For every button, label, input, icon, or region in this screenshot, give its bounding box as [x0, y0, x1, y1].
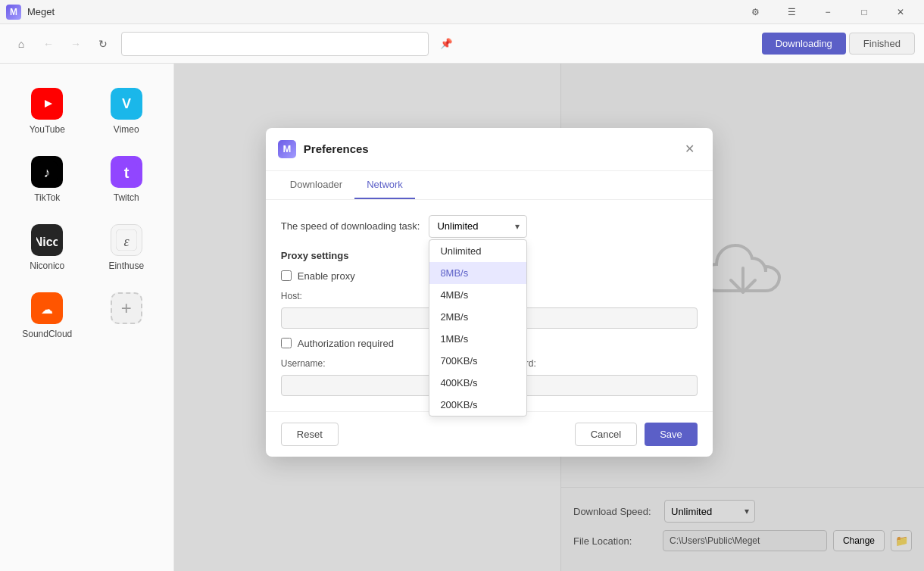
speed-dropdown: Unlimited 8MB/s 4MB/s 2MB/s 1MB/s 700KB/… — [429, 239, 527, 417]
speed-option-1mb[interactable]: 1MB/s — [429, 328, 526, 350]
sidebar: YouTube V Vimeo ♪ TikTok t — [0, 64, 174, 571]
finished-tab[interactable]: Finished — [849, 33, 915, 55]
tab-network[interactable]: Network — [354, 171, 415, 199]
downloading-tab[interactable]: Downloading — [762, 33, 846, 55]
cancel-button[interactable]: Cancel — [575, 423, 637, 446]
preferences-dialog: M Preferences ✕ Downloader Network The s… — [266, 128, 713, 457]
speed-option-700kb[interactable]: 700KB/s — [429, 350, 526, 372]
site-item-niconico[interactable]: Nico Niconico — [12, 218, 83, 277]
content-area: YouTube V Vimeo ♪ TikTok t — [0, 64, 924, 571]
twitch-icon: t — [111, 156, 142, 188]
site-item-einthuse[interactable]: ε Einthuse — [92, 218, 162, 277]
speed-option-2mb[interactable]: 2MB/s — [429, 306, 526, 328]
nav-buttons: ⌂ ← → ↻ — [9, 32, 115, 56]
home-button[interactable]: ⌂ — [9, 32, 33, 56]
save-button[interactable]: Save — [645, 423, 698, 446]
dialog-logo: M — [278, 140, 296, 158]
titlebar-controls: ⚙ ☰ − □ ✕ — [738, 0, 918, 24]
site-item-soundcloud[interactable]: ☁ SoundCloud — [12, 286, 83, 345]
titlebar: M Meget ⚙ ☰ − □ ✕ — [0, 0, 924, 24]
site-grid: YouTube V Vimeo ♪ TikTok t — [6, 76, 167, 351]
tab-group: Downloading Finished — [762, 33, 915, 55]
youtube-icon — [31, 88, 63, 120]
enable-proxy-label: Enable proxy — [298, 270, 355, 282]
menu-button[interactable]: ☰ — [774, 0, 809, 24]
app-title: Meget — [27, 6, 55, 17]
svg-text:Nico: Nico — [36, 236, 58, 248]
minimize-button[interactable]: − — [810, 0, 845, 24]
footer-right: Cancel Save — [575, 423, 698, 446]
dialog-footer: Reset Cancel Save — [266, 411, 713, 457]
auth-required-label: Authorization required — [298, 338, 394, 349]
forward-button[interactable]: → — [64, 32, 88, 56]
main-content: Download Speed: Unlimited File Location:… — [174, 64, 924, 571]
add-site-icon: + — [111, 292, 142, 324]
site-item-twitch[interactable]: t Twitch — [92, 150, 162, 209]
twitch-label: Twitch — [114, 192, 139, 203]
app-container: ⌂ ← → ↻ 📌 Downloading Finished YouTube — [0, 24, 924, 571]
url-bar[interactable] — [121, 32, 429, 56]
speed-option-8mb[interactable]: 8MB/s — [429, 262, 526, 284]
dialog-header: M Preferences ✕ — [266, 128, 713, 171]
site-item-tiktok[interactable]: ♪ TikTok — [12, 150, 83, 209]
speed-select-wrap: Unlimited Unlimited 8MB/s 4MB/s 2MB/s 1M… — [429, 215, 527, 238]
dialog-body: The speed of downloading task: Unlimited… — [266, 200, 713, 411]
tiktok-icon: ♪ — [31, 156, 63, 188]
soundcloud-label: SoundCloud — [22, 329, 72, 339]
tab-downloader[interactable]: Downloader — [278, 171, 354, 199]
svg-text:♪: ♪ — [44, 165, 51, 180]
speed-row: The speed of downloading task: Unlimited… — [281, 215, 698, 238]
svg-text:t: t — [123, 164, 129, 181]
dialog-tabs: Downloader Network — [266, 171, 713, 200]
reset-button[interactable]: Reset — [281, 423, 339, 446]
enable-proxy-checkbox[interactable] — [281, 270, 292, 281]
toolbar: ⌂ ← → ↻ 📌 Downloading Finished — [0, 24, 924, 64]
settings-button[interactable]: ⚙ — [738, 0, 773, 24]
speed-option-4mb[interactable]: 4MB/s — [429, 284, 526, 306]
auth-required-checkbox[interactable] — [281, 338, 292, 348]
youtube-label: YouTube — [30, 124, 65, 135]
site-item-youtube[interactable]: YouTube — [12, 82, 83, 141]
svg-text:V: V — [122, 96, 131, 111]
speed-option-unlimited[interactable]: Unlimited — [429, 240, 526, 262]
einthuse-icon: ε — [111, 224, 142, 256]
dialog-close-button[interactable]: ✕ — [679, 139, 701, 160]
svg-text:ε: ε — [123, 234, 130, 249]
close-button[interactable]: ✕ — [883, 0, 918, 24]
einthuse-label: Einthuse — [108, 261, 144, 271]
speed-option-200kb[interactable]: 200KB/s — [429, 394, 526, 416]
niconico-label: Niconico — [30, 261, 64, 271]
tiktok-label: TikTok — [34, 192, 60, 203]
speed-task-label: The speed of downloading task: — [281, 220, 420, 232]
niconico-icon: Nico — [31, 224, 63, 256]
refresh-button[interactable]: ↻ — [91, 32, 115, 56]
speed-option-400kb[interactable]: 400KB/s — [429, 372, 526, 394]
speed-select[interactable]: Unlimited — [429, 215, 527, 238]
vimeo-icon: V — [111, 88, 142, 120]
maximize-button[interactable]: □ — [847, 0, 882, 24]
pin-button[interactable]: 📌 — [435, 32, 459, 56]
site-item-vimeo[interactable]: V Vimeo — [92, 82, 162, 141]
soundcloud-icon: ☁ — [31, 292, 63, 324]
svg-text:☁: ☁ — [41, 303, 53, 316]
titlebar-left: M Meget — [6, 5, 55, 20]
app-icon: M — [6, 5, 21, 20]
back-button[interactable]: ← — [36, 32, 61, 56]
site-item-add[interactable]: + — [92, 286, 162, 345]
dialog-title: Preferences — [304, 142, 672, 155]
vimeo-label: Vimeo — [114, 124, 139, 135]
